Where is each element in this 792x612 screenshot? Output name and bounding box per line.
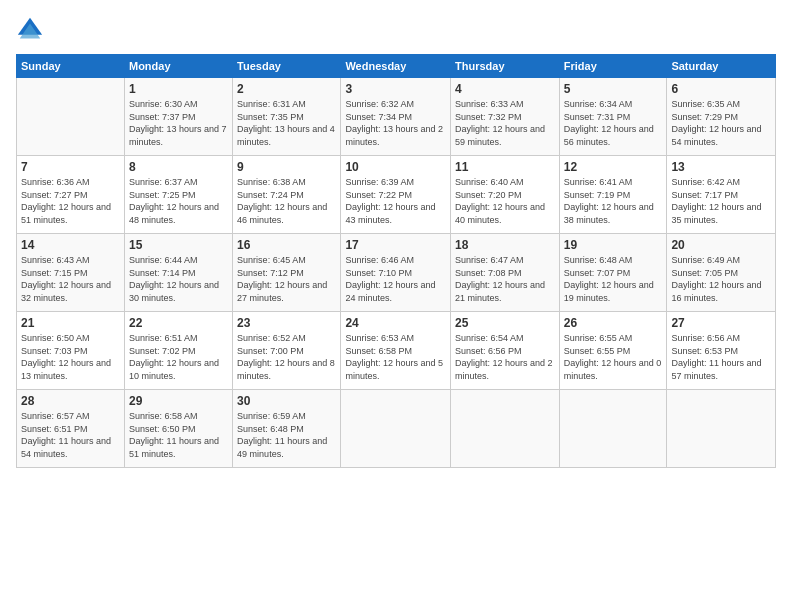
calendar-cell: [341, 390, 451, 468]
calendar-cell: 4Sunrise: 6:33 AMSunset: 7:32 PMDaylight…: [451, 78, 560, 156]
calendar-cell: 18Sunrise: 6:47 AMSunset: 7:08 PMDayligh…: [451, 234, 560, 312]
day-number: 7: [21, 160, 120, 174]
day-info: Sunrise: 6:30 AMSunset: 7:37 PMDaylight:…: [129, 98, 228, 148]
calendar-cell: 25Sunrise: 6:54 AMSunset: 6:56 PMDayligh…: [451, 312, 560, 390]
calendar-cell: 20Sunrise: 6:49 AMSunset: 7:05 PMDayligh…: [667, 234, 776, 312]
weekday-header-monday: Monday: [124, 55, 232, 78]
calendar-cell: 27Sunrise: 6:56 AMSunset: 6:53 PMDayligh…: [667, 312, 776, 390]
day-info: Sunrise: 6:46 AMSunset: 7:10 PMDaylight:…: [345, 254, 446, 304]
day-info: Sunrise: 6:47 AMSunset: 7:08 PMDaylight:…: [455, 254, 555, 304]
calendar-table: SundayMondayTuesdayWednesdayThursdayFrid…: [16, 54, 776, 468]
day-info: Sunrise: 6:44 AMSunset: 7:14 PMDaylight:…: [129, 254, 228, 304]
calendar-cell: 23Sunrise: 6:52 AMSunset: 7:00 PMDayligh…: [233, 312, 341, 390]
day-number: 8: [129, 160, 228, 174]
day-number: 2: [237, 82, 336, 96]
calendar-cell: 24Sunrise: 6:53 AMSunset: 6:58 PMDayligh…: [341, 312, 451, 390]
day-number: 10: [345, 160, 446, 174]
calendar-cell: 21Sunrise: 6:50 AMSunset: 7:03 PMDayligh…: [17, 312, 125, 390]
day-info: Sunrise: 6:36 AMSunset: 7:27 PMDaylight:…: [21, 176, 120, 226]
calendar-cell: 11Sunrise: 6:40 AMSunset: 7:20 PMDayligh…: [451, 156, 560, 234]
day-number: 17: [345, 238, 446, 252]
day-number: 29: [129, 394, 228, 408]
weekday-header-sunday: Sunday: [17, 55, 125, 78]
day-info: Sunrise: 6:51 AMSunset: 7:02 PMDaylight:…: [129, 332, 228, 382]
calendar-cell: [559, 390, 667, 468]
day-number: 30: [237, 394, 336, 408]
day-number: 1: [129, 82, 228, 96]
calendar-cell: 2Sunrise: 6:31 AMSunset: 7:35 PMDaylight…: [233, 78, 341, 156]
logo: [16, 16, 48, 44]
calendar-cell: 16Sunrise: 6:45 AMSunset: 7:12 PMDayligh…: [233, 234, 341, 312]
day-number: 4: [455, 82, 555, 96]
day-number: 28: [21, 394, 120, 408]
calendar-cell: 30Sunrise: 6:59 AMSunset: 6:48 PMDayligh…: [233, 390, 341, 468]
weekday-header-thursday: Thursday: [451, 55, 560, 78]
day-number: 21: [21, 316, 120, 330]
day-info: Sunrise: 6:38 AMSunset: 7:24 PMDaylight:…: [237, 176, 336, 226]
day-info: Sunrise: 6:54 AMSunset: 6:56 PMDaylight:…: [455, 332, 555, 382]
day-number: 3: [345, 82, 446, 96]
calendar-week-1: 1Sunrise: 6:30 AMSunset: 7:37 PMDaylight…: [17, 78, 776, 156]
day-number: 9: [237, 160, 336, 174]
day-info: Sunrise: 6:50 AMSunset: 7:03 PMDaylight:…: [21, 332, 120, 382]
day-info: Sunrise: 6:37 AMSunset: 7:25 PMDaylight:…: [129, 176, 228, 226]
weekday-header-friday: Friday: [559, 55, 667, 78]
calendar-cell: 10Sunrise: 6:39 AMSunset: 7:22 PMDayligh…: [341, 156, 451, 234]
calendar-cell: 6Sunrise: 6:35 AMSunset: 7:29 PMDaylight…: [667, 78, 776, 156]
day-number: 23: [237, 316, 336, 330]
day-info: Sunrise: 6:57 AMSunset: 6:51 PMDaylight:…: [21, 410, 120, 460]
day-number: 26: [564, 316, 663, 330]
calendar-cell: 8Sunrise: 6:37 AMSunset: 7:25 PMDaylight…: [124, 156, 232, 234]
day-number: 27: [671, 316, 771, 330]
calendar-cell: 22Sunrise: 6:51 AMSunset: 7:02 PMDayligh…: [124, 312, 232, 390]
day-info: Sunrise: 6:34 AMSunset: 7:31 PMDaylight:…: [564, 98, 663, 148]
day-number: 11: [455, 160, 555, 174]
weekday-header-tuesday: Tuesday: [233, 55, 341, 78]
calendar-body: 1Sunrise: 6:30 AMSunset: 7:37 PMDaylight…: [17, 78, 776, 468]
day-info: Sunrise: 6:43 AMSunset: 7:15 PMDaylight:…: [21, 254, 120, 304]
day-info: Sunrise: 6:59 AMSunset: 6:48 PMDaylight:…: [237, 410, 336, 460]
day-number: 6: [671, 82, 771, 96]
calendar-cell: 5Sunrise: 6:34 AMSunset: 7:31 PMDaylight…: [559, 78, 667, 156]
header: [16, 16, 776, 44]
day-info: Sunrise: 6:41 AMSunset: 7:19 PMDaylight:…: [564, 176, 663, 226]
day-info: Sunrise: 6:55 AMSunset: 6:55 PMDaylight:…: [564, 332, 663, 382]
day-number: 18: [455, 238, 555, 252]
calendar-cell: 15Sunrise: 6:44 AMSunset: 7:14 PMDayligh…: [124, 234, 232, 312]
calendar-week-2: 7Sunrise: 6:36 AMSunset: 7:27 PMDaylight…: [17, 156, 776, 234]
day-info: Sunrise: 6:56 AMSunset: 6:53 PMDaylight:…: [671, 332, 771, 382]
day-number: 12: [564, 160, 663, 174]
calendar-cell: [451, 390, 560, 468]
page: SundayMondayTuesdayWednesdayThursdayFrid…: [0, 0, 792, 612]
calendar-cell: 13Sunrise: 6:42 AMSunset: 7:17 PMDayligh…: [667, 156, 776, 234]
day-info: Sunrise: 6:42 AMSunset: 7:17 PMDaylight:…: [671, 176, 771, 226]
calendar-cell: 14Sunrise: 6:43 AMSunset: 7:15 PMDayligh…: [17, 234, 125, 312]
day-info: Sunrise: 6:40 AMSunset: 7:20 PMDaylight:…: [455, 176, 555, 226]
weekday-header-wednesday: Wednesday: [341, 55, 451, 78]
day-info: Sunrise: 6:35 AMSunset: 7:29 PMDaylight:…: [671, 98, 771, 148]
day-info: Sunrise: 6:52 AMSunset: 7:00 PMDaylight:…: [237, 332, 336, 382]
day-info: Sunrise: 6:49 AMSunset: 7:05 PMDaylight:…: [671, 254, 771, 304]
day-number: 24: [345, 316, 446, 330]
day-number: 16: [237, 238, 336, 252]
day-number: 25: [455, 316, 555, 330]
day-info: Sunrise: 6:53 AMSunset: 6:58 PMDaylight:…: [345, 332, 446, 382]
calendar-cell: 19Sunrise: 6:48 AMSunset: 7:07 PMDayligh…: [559, 234, 667, 312]
calendar-cell: 9Sunrise: 6:38 AMSunset: 7:24 PMDaylight…: [233, 156, 341, 234]
calendar-cell: 17Sunrise: 6:46 AMSunset: 7:10 PMDayligh…: [341, 234, 451, 312]
day-number: 19: [564, 238, 663, 252]
weekday-header-row: SundayMondayTuesdayWednesdayThursdayFrid…: [17, 55, 776, 78]
day-info: Sunrise: 6:39 AMSunset: 7:22 PMDaylight:…: [345, 176, 446, 226]
calendar-cell: 26Sunrise: 6:55 AMSunset: 6:55 PMDayligh…: [559, 312, 667, 390]
calendar-cell: [17, 78, 125, 156]
weekday-header-saturday: Saturday: [667, 55, 776, 78]
calendar-header: SundayMondayTuesdayWednesdayThursdayFrid…: [17, 55, 776, 78]
calendar-cell: 29Sunrise: 6:58 AMSunset: 6:50 PMDayligh…: [124, 390, 232, 468]
day-number: 20: [671, 238, 771, 252]
calendar-cell: 12Sunrise: 6:41 AMSunset: 7:19 PMDayligh…: [559, 156, 667, 234]
day-info: Sunrise: 6:31 AMSunset: 7:35 PMDaylight:…: [237, 98, 336, 148]
calendar-cell: 1Sunrise: 6:30 AMSunset: 7:37 PMDaylight…: [124, 78, 232, 156]
calendar-week-5: 28Sunrise: 6:57 AMSunset: 6:51 PMDayligh…: [17, 390, 776, 468]
day-info: Sunrise: 6:45 AMSunset: 7:12 PMDaylight:…: [237, 254, 336, 304]
day-number: 22: [129, 316, 228, 330]
